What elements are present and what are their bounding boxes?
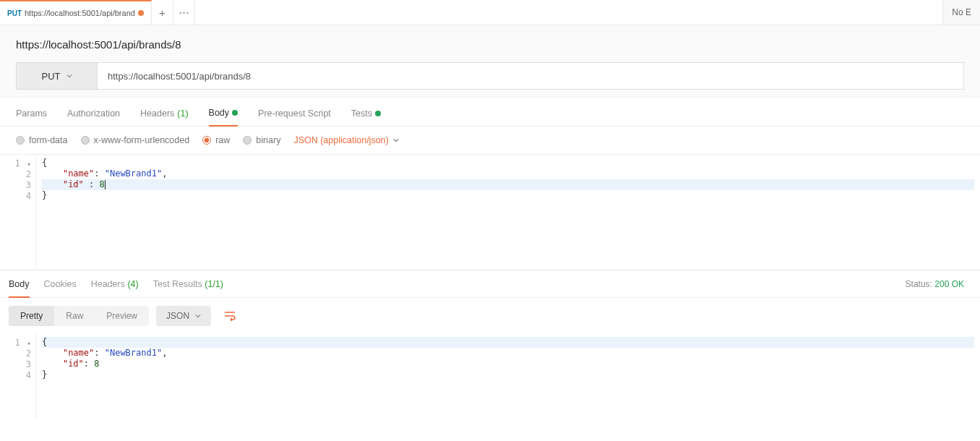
tab-params[interactable]: Params (16, 108, 47, 126)
tab-prerequest[interactable]: Pre-request Script (258, 108, 331, 126)
resp-tab-tests[interactable]: Test Results (1/1) (153, 279, 223, 296)
unsaved-dot-icon (138, 10, 144, 16)
tab-body[interactable]: Body (209, 108, 238, 127)
response-body-viewer[interactable]: 1 ▾ 2 3 4 { "name": "NewBrand1", "id": 8… (0, 334, 980, 421)
request-tab[interactable]: PUT https://localhost:5001/api/brand (0, 0, 152, 25)
line-gutter: 1 ▾ 2 3 4 (0, 155, 36, 270)
chevron-down-icon (195, 313, 201, 319)
tab-label: https://localhost:5001/api/brand (25, 9, 135, 17)
cursor-icon (105, 180, 106, 189)
radio-urlencoded[interactable]: x-www-form-urlencoded (81, 135, 190, 145)
tab-authorization[interactable]: Authorization (67, 108, 120, 126)
tab-overflow-button[interactable]: ⋯ (173, 0, 195, 25)
request-tabs: Params Authorization Headers (1) Body Pr… (0, 98, 980, 127)
method-select[interactable]: PUT (16, 62, 98, 90)
resp-tab-cookies[interactable]: Cookies (44, 279, 77, 296)
tab-headers[interactable]: Headers (1) (140, 108, 189, 126)
line-gutter: 1 ▾ 2 3 4 (0, 334, 36, 421)
wrap-icon (224, 311, 236, 321)
radio-binary[interactable]: binary (243, 135, 280, 145)
view-raw[interactable]: Raw (54, 306, 95, 326)
environment-selector[interactable]: No E (942, 0, 980, 25)
radio-form-data[interactable]: form-data (16, 135, 68, 145)
request-body-editor[interactable]: 1 ▾ 2 3 4 { "name": "NewBrand1", "id" : … (0, 155, 980, 270)
body-type-selector: form-data x-www-form-urlencoded raw bina… (0, 127, 980, 155)
response-tabs: Body Cookies Headers (4) Test Results (1… (0, 270, 980, 298)
dot-indicator-icon (375, 111, 381, 116)
request-section: https://localhost:5001/api/brands/8 PUT (0, 25, 980, 98)
view-pretty[interactable]: Pretty (9, 306, 54, 326)
code-area[interactable]: { "name": "NewBrand1", "id" : 8 } (36, 155, 980, 270)
content-type-select[interactable]: JSON (application/json) (293, 135, 398, 145)
code-area[interactable]: { "name": "NewBrand1", "id": 8 } (36, 334, 980, 421)
resp-tab-headers[interactable]: Headers (4) (91, 279, 139, 296)
response-format-select[interactable]: JSON (156, 306, 211, 326)
wrap-lines-button[interactable] (218, 305, 241, 327)
response-view-controls: Pretty Raw Preview JSON (0, 298, 980, 334)
view-preview[interactable]: Preview (95, 306, 149, 326)
url-input[interactable] (98, 62, 964, 90)
request-title: https://localhost:5001/api/brands/8 (16, 38, 964, 51)
tab-bar: PUT https://localhost:5001/api/brand + ⋯… (0, 0, 980, 25)
radio-raw[interactable]: raw (202, 135, 230, 145)
tab-tests[interactable]: Tests (351, 108, 381, 126)
status-badge: Status: 200 OK (906, 279, 964, 289)
new-tab-button[interactable]: + (152, 0, 173, 25)
resp-tab-body[interactable]: Body (9, 279, 30, 298)
chevron-down-icon (66, 73, 72, 79)
chevron-down-icon (393, 137, 399, 143)
dot-indicator-icon (232, 110, 238, 116)
tab-method: PUT (7, 9, 22, 17)
